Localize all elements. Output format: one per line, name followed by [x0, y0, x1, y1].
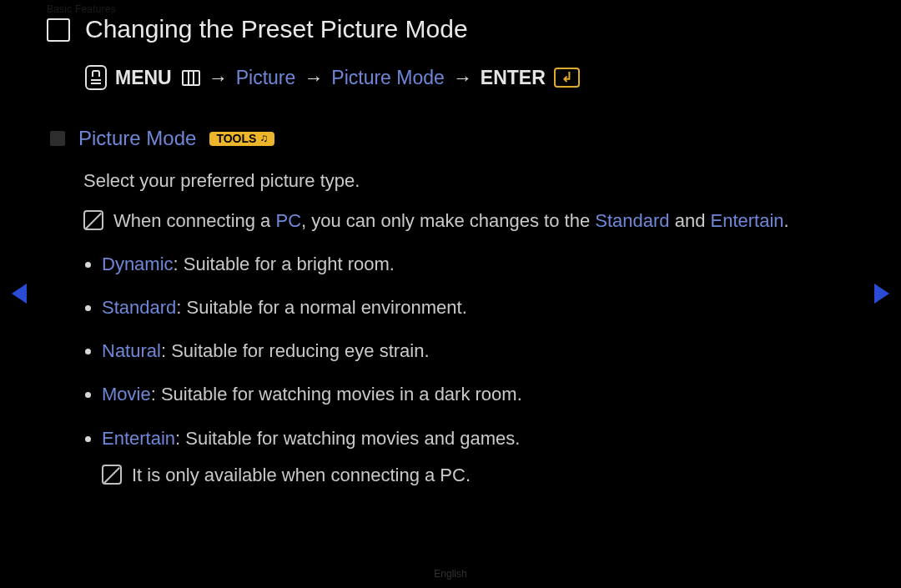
list-item: Entertain: Suitable for watching movies …	[102, 425, 854, 490]
section-heading: Picture Mode	[78, 127, 196, 150]
note-highlight-pc: PC	[275, 210, 301, 231]
sub-note: It is only available when connecting a P…	[102, 461, 854, 490]
breadcrumb-enter: ENTER	[481, 67, 546, 89]
note-icon	[102, 465, 122, 485]
breadcrumb-arrow: →	[453, 67, 472, 89]
mode-desc: : Suitable for reducing eye strain.	[161, 340, 430, 361]
note-fragment: When connecting a	[113, 210, 275, 231]
sub-note-text: It is only available when connecting a P…	[132, 461, 471, 490]
note-highlight-standard: Standard	[595, 210, 669, 231]
osd-remote-icon	[85, 65, 107, 90]
section-intro: Select your preferred picture type.	[83, 167, 854, 195]
book-icon	[47, 18, 70, 42]
mode-name: Standard	[102, 297, 176, 318]
mode-list: Dynamic: Suitable for a bright room. Sta…	[85, 250, 854, 490]
list-item: Movie: Suitable for watching movies in a…	[102, 380, 854, 409]
page-title: Changing the Preset Picture Mode	[85, 15, 468, 43]
tools-badge-label: TOOLS	[216, 133, 256, 144]
note-highlight-entertain: Entertain	[710, 210, 783, 231]
mode-desc: : Suitable for a bright room.	[174, 254, 395, 274]
breadcrumb-arrow: →	[209, 67, 228, 89]
section-picture-mode: Picture Mode TOOLS ♫ Select your preferr…	[50, 127, 854, 490]
list-item: Dynamic: Suitable for a bright room.	[102, 250, 854, 279]
manual-page: Changing the Preset Picture Mode MENU → …	[47, 15, 854, 563]
menu-breadcrumb: MENU → Picture → Picture Mode → ENTER ↲	[85, 65, 854, 90]
note-pc-restriction: When connecting a PC, you can only make …	[83, 207, 854, 235]
next-page-arrow[interactable]	[874, 284, 889, 304]
ghost-section-label: Basic Features	[47, 3, 116, 15]
menu-grid-icon	[182, 70, 200, 86]
mode-name: Movie	[102, 384, 151, 405]
mode-name: Entertain	[102, 428, 175, 449]
mode-name: Dynamic	[102, 254, 174, 274]
note-icon	[83, 210, 103, 230]
breadcrumb-arrow: →	[304, 67, 323, 89]
list-item: Natural: Suitable for reducing eye strai…	[102, 337, 854, 365]
note-fragment: , you can only make changes to the	[301, 210, 595, 231]
section-body: Select your preferred picture type. When…	[83, 167, 854, 490]
note-fragment: and	[670, 210, 711, 231]
enter-icon: ↲	[554, 68, 580, 88]
mode-name: Natural	[102, 340, 161, 361]
page-title-row: Changing the Preset Picture Mode	[47, 15, 854, 43]
note-text: When connecting a PC, you can only make …	[113, 207, 854, 235]
tools-badge-icon: ♫	[259, 133, 268, 143]
mode-desc: : Suitable for a normal environment.	[176, 297, 467, 318]
mode-desc: : Suitable for watching movies and games…	[175, 428, 520, 449]
tools-badge: TOOLS ♫	[209, 132, 274, 146]
section-heading-row: Picture Mode TOOLS ♫	[50, 127, 854, 150]
prev-page-arrow[interactable]	[12, 284, 27, 304]
breadcrumb-picture: Picture	[236, 67, 296, 89]
square-bullet-icon	[50, 131, 65, 146]
breadcrumb-picture-mode: Picture Mode	[331, 67, 445, 89]
list-item: Standard: Suitable for a normal environm…	[102, 294, 854, 322]
breadcrumb-menu: MENU	[115, 67, 172, 89]
note-fragment: .	[784, 210, 789, 231]
footer-language: English	[0, 568, 901, 580]
mode-desc: : Suitable for watching movies in a dark…	[151, 384, 522, 405]
